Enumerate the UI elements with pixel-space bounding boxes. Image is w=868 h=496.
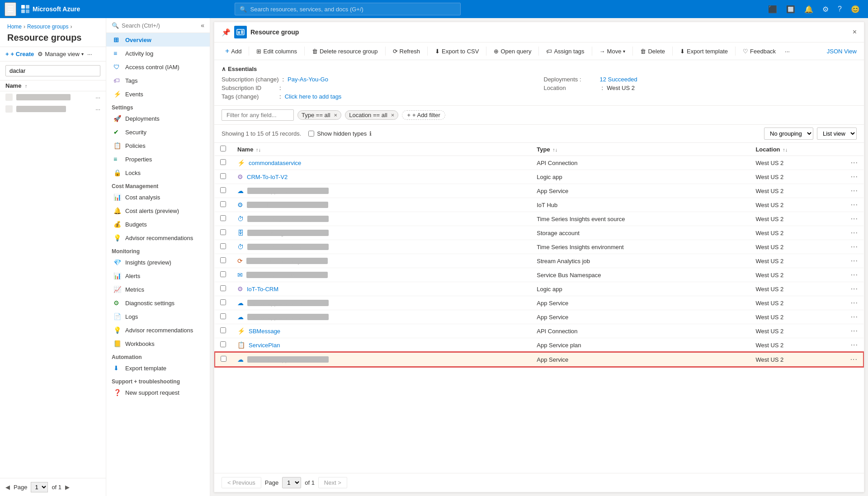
show-hidden-info-icon[interactable]: ℹ bbox=[369, 130, 372, 137]
manage-view-button[interactable]: ⚙ Manage view ▾ bbox=[38, 51, 84, 57]
header-location-col[interactable]: Location ↑↓ bbox=[750, 143, 844, 156]
nav-item-budgets[interactable]: 💰 Budgets bbox=[106, 217, 210, 231]
delete-button[interactable]: 🗑 Delete bbox=[637, 46, 669, 57]
feedback-button[interactable]: ♡ Feedback bbox=[739, 46, 779, 57]
export-csv-button[interactable]: ⬇ Export to CSV bbox=[431, 46, 482, 57]
row-checkbox[interactable] bbox=[220, 159, 226, 165]
nav-item-locks[interactable]: 🔒 Locks bbox=[106, 166, 210, 180]
essentials-chevron[interactable]: ∧ bbox=[222, 66, 226, 72]
row-more-button[interactable]: ··· bbox=[851, 299, 858, 307]
next-page-button[interactable]: Next > bbox=[318, 477, 347, 488]
row-more-button[interactable]: ··· bbox=[851, 327, 858, 335]
pin-icon[interactable]: 📌 bbox=[222, 28, 231, 37]
notifications-icon[interactable]: 🔔 bbox=[801, 3, 817, 15]
account-icon[interactable]: 😊 bbox=[847, 3, 863, 15]
breadcrumb-resource-groups[interactable]: Resource groups bbox=[27, 24, 68, 30]
row-more-button[interactable]: ··· bbox=[851, 159, 858, 167]
nav-item-properties[interactable]: ≡ Properties bbox=[106, 152, 210, 166]
deployments-value[interactable]: 12 Succeeded bbox=[600, 76, 637, 83]
row-checkbox[interactable] bbox=[220, 187, 226, 193]
row-checkbox[interactable] bbox=[220, 271, 226, 277]
nav-item-diagnostic[interactable]: ⚙ Diagnostic settings bbox=[106, 296, 210, 310]
settings-icon[interactable]: ⚙ bbox=[819, 3, 832, 15]
nav-item-access-control[interactable]: 🛡 Access control (IAM) bbox=[106, 60, 210, 74]
previous-page-button[interactable]: < Previous bbox=[222, 477, 261, 488]
more-actions-sidebar-button[interactable]: ··· bbox=[87, 51, 92, 57]
resource-item-1[interactable]: ··· bbox=[0, 91, 106, 103]
nav-item-cost-analysis[interactable]: 📊 Cost analysis bbox=[106, 190, 210, 204]
row-checkbox[interactable] bbox=[220, 327, 226, 333]
nav-item-logs[interactable]: 📄 Logs bbox=[106, 310, 210, 323]
grouping-dropdown[interactable]: No grouping bbox=[764, 128, 813, 140]
row-checkbox[interactable] bbox=[220, 243, 226, 249]
edit-columns-button[interactable]: ⊞ Edit columns bbox=[253, 46, 300, 57]
header-type-col[interactable]: Type ↑↓ bbox=[531, 143, 750, 156]
row-more-button[interactable]: ··· bbox=[851, 229, 858, 237]
sidebar-filter-input[interactable] bbox=[5, 65, 100, 76]
row-checkbox[interactable] bbox=[220, 299, 226, 305]
row-more-button[interactable]: ··· bbox=[851, 243, 858, 251]
header-name-col[interactable]: Name ↑↓ bbox=[232, 143, 531, 156]
page-prev-button[interactable]: ◀ bbox=[5, 484, 10, 491]
nav-item-insights[interactable]: 💎 Insights (preview) bbox=[106, 255, 210, 269]
view-dropdown[interactable]: List view bbox=[817, 128, 857, 140]
row-checkbox[interactable] bbox=[220, 201, 226, 207]
row-checkbox[interactable] bbox=[220, 173, 226, 179]
nav-item-security[interactable]: ✔ Security bbox=[106, 125, 210, 139]
page-next-button[interactable]: ▶ bbox=[65, 484, 70, 491]
more-toolbar-button[interactable]: ··· bbox=[781, 46, 793, 57]
page-number-select[interactable]: 1 bbox=[282, 477, 301, 488]
assign-tags-button[interactable]: 🏷 Assign tags bbox=[542, 46, 588, 57]
tags-value[interactable]: Click here to add tags bbox=[285, 93, 342, 100]
breadcrumb-home[interactable]: Home bbox=[7, 24, 22, 30]
nav-item-cost-alerts[interactable]: 🔔 Cost alerts (preview) bbox=[106, 204, 210, 217]
nav-collapse-button[interactable]: « bbox=[201, 22, 204, 29]
nav-item-alerts[interactable]: 📊 Alerts bbox=[106, 269, 210, 283]
nav-item-advisor-monitoring[interactable]: 💡 Advisor recommendations bbox=[106, 323, 210, 337]
location-filter-close[interactable]: × bbox=[391, 112, 395, 118]
resource-name-link[interactable]: CRM-To-IoT-V2 bbox=[247, 174, 288, 180]
row-more-button[interactable]: ··· bbox=[851, 313, 858, 321]
global-search-bar[interactable]: 🔍 Search resources, services, and docs (… bbox=[235, 3, 461, 15]
show-hidden-checkbox[interactable] bbox=[308, 131, 314, 137]
select-all-checkbox[interactable] bbox=[220, 146, 226, 151]
subscription-value[interactable]: Pay-As-You-Go bbox=[288, 76, 328, 83]
nav-item-advisor-cost[interactable]: 💡 Advisor recommendations bbox=[106, 231, 210, 245]
resource-name-link[interactable]: IoT-To-CRM bbox=[247, 286, 278, 293]
create-button[interactable]: + + Create bbox=[5, 51, 34, 57]
row-checkbox[interactable] bbox=[220, 257, 226, 263]
export-template-button[interactable]: ⬇ Export template bbox=[676, 46, 731, 57]
resource-name-link[interactable]: commondataservice bbox=[249, 160, 301, 166]
nav-item-workbooks[interactable]: 📒 Workbooks bbox=[106, 337, 210, 350]
row-more-button[interactable]: ··· bbox=[851, 187, 858, 195]
type-filter-close[interactable]: × bbox=[334, 112, 338, 118]
directory-icon[interactable]: 🔲 bbox=[783, 3, 799, 15]
row-checkbox[interactable] bbox=[220, 215, 226, 221]
delete-resource-group-button[interactable]: 🗑 Delete resource group bbox=[308, 46, 382, 57]
nav-item-metrics[interactable]: 📈 Metrics bbox=[106, 283, 210, 296]
nav-item-support[interactable]: ❓ New support request bbox=[106, 386, 210, 399]
help-icon[interactable]: ? bbox=[834, 3, 845, 15]
add-filter-button[interactable]: + + Add filter bbox=[402, 110, 445, 120]
panel-close-button[interactable]: × bbox=[853, 28, 857, 36]
open-query-button[interactable]: ⊕ Open query bbox=[490, 46, 535, 57]
row-more-button[interactable]: ··· bbox=[851, 215, 858, 223]
row-more-button[interactable]: ··· bbox=[851, 341, 858, 349]
resource-name-link[interactable]: ServicePlan bbox=[249, 342, 280, 349]
resource-more-2[interactable]: ··· bbox=[95, 106, 100, 113]
row-checkbox[interactable] bbox=[220, 229, 226, 235]
hamburger-menu[interactable]: ☰ bbox=[5, 2, 16, 16]
row-more-button[interactable]: ··· bbox=[850, 355, 858, 364]
row-more-button[interactable]: ··· bbox=[851, 201, 858, 209]
row-checkbox[interactable] bbox=[221, 356, 226, 362]
page-select-sidebar[interactable]: 1 bbox=[31, 482, 48, 492]
resource-name-link[interactable]: SBMessage bbox=[249, 328, 280, 335]
nav-search-input[interactable] bbox=[122, 22, 198, 29]
resource-item-2[interactable]: ··· bbox=[0, 103, 106, 115]
refresh-button[interactable]: ⟳ Refresh bbox=[389, 46, 424, 57]
row-checkbox[interactable] bbox=[220, 285, 226, 291]
nav-item-deployments[interactable]: 🚀 Deployments bbox=[106, 112, 210, 125]
cloud-shell-icon[interactable]: ⬛ bbox=[764, 3, 781, 15]
row-more-button[interactable]: ··· bbox=[851, 285, 858, 293]
nav-item-activity-log[interactable]: ≡ Activity log bbox=[106, 47, 210, 60]
